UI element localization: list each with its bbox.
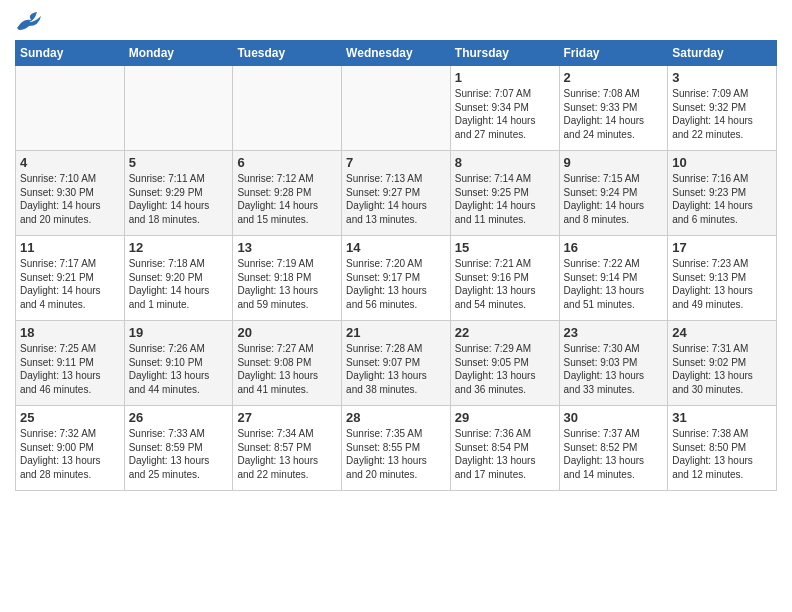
day-number: 20 — [237, 325, 337, 340]
calendar-cell: 7Sunrise: 7:13 AM Sunset: 9:27 PM Daylig… — [342, 151, 451, 236]
day-number: 21 — [346, 325, 446, 340]
cell-info: Sunrise: 7:38 AM Sunset: 8:50 PM Dayligh… — [672, 427, 772, 481]
calendar-table: SundayMondayTuesdayWednesdayThursdayFrid… — [15, 40, 777, 491]
cell-info: Sunrise: 7:26 AM Sunset: 9:10 PM Dayligh… — [129, 342, 229, 396]
header — [15, 10, 777, 32]
calendar-cell: 15Sunrise: 7:21 AM Sunset: 9:16 PM Dayli… — [450, 236, 559, 321]
cell-info: Sunrise: 7:17 AM Sunset: 9:21 PM Dayligh… — [20, 257, 120, 311]
cell-info: Sunrise: 7:25 AM Sunset: 9:11 PM Dayligh… — [20, 342, 120, 396]
day-number: 4 — [20, 155, 120, 170]
weekday-header-monday: Monday — [124, 41, 233, 66]
calendar-week-5: 25Sunrise: 7:32 AM Sunset: 9:00 PM Dayli… — [16, 406, 777, 491]
calendar-cell: 3Sunrise: 7:09 AM Sunset: 9:32 PM Daylig… — [668, 66, 777, 151]
calendar-cell: 13Sunrise: 7:19 AM Sunset: 9:18 PM Dayli… — [233, 236, 342, 321]
cell-info: Sunrise: 7:20 AM Sunset: 9:17 PM Dayligh… — [346, 257, 446, 311]
calendar-week-1: 1Sunrise: 7:07 AM Sunset: 9:34 PM Daylig… — [16, 66, 777, 151]
day-number: 8 — [455, 155, 555, 170]
calendar-cell: 19Sunrise: 7:26 AM Sunset: 9:10 PM Dayli… — [124, 321, 233, 406]
cell-info: Sunrise: 7:33 AM Sunset: 8:59 PM Dayligh… — [129, 427, 229, 481]
weekday-header-sunday: Sunday — [16, 41, 125, 66]
cell-info: Sunrise: 7:10 AM Sunset: 9:30 PM Dayligh… — [20, 172, 120, 226]
calendar-week-2: 4Sunrise: 7:10 AM Sunset: 9:30 PM Daylig… — [16, 151, 777, 236]
calendar-cell: 18Sunrise: 7:25 AM Sunset: 9:11 PM Dayli… — [16, 321, 125, 406]
calendar-cell: 10Sunrise: 7:16 AM Sunset: 9:23 PM Dayli… — [668, 151, 777, 236]
day-number: 19 — [129, 325, 229, 340]
calendar-cell: 29Sunrise: 7:36 AM Sunset: 8:54 PM Dayli… — [450, 406, 559, 491]
calendar-cell: 30Sunrise: 7:37 AM Sunset: 8:52 PM Dayli… — [559, 406, 668, 491]
cell-info: Sunrise: 7:36 AM Sunset: 8:54 PM Dayligh… — [455, 427, 555, 481]
calendar-cell: 31Sunrise: 7:38 AM Sunset: 8:50 PM Dayli… — [668, 406, 777, 491]
cell-info: Sunrise: 7:18 AM Sunset: 9:20 PM Dayligh… — [129, 257, 229, 311]
calendar-cell: 5Sunrise: 7:11 AM Sunset: 9:29 PM Daylig… — [124, 151, 233, 236]
day-number: 11 — [20, 240, 120, 255]
day-number: 16 — [564, 240, 664, 255]
calendar-cell: 23Sunrise: 7:30 AM Sunset: 9:03 PM Dayli… — [559, 321, 668, 406]
day-number: 14 — [346, 240, 446, 255]
cell-info: Sunrise: 7:30 AM Sunset: 9:03 PM Dayligh… — [564, 342, 664, 396]
cell-info: Sunrise: 7:14 AM Sunset: 9:25 PM Dayligh… — [455, 172, 555, 226]
calendar-cell: 11Sunrise: 7:17 AM Sunset: 9:21 PM Dayli… — [16, 236, 125, 321]
day-number: 10 — [672, 155, 772, 170]
calendar-cell: 27Sunrise: 7:34 AM Sunset: 8:57 PM Dayli… — [233, 406, 342, 491]
day-number: 25 — [20, 410, 120, 425]
calendar-cell: 8Sunrise: 7:14 AM Sunset: 9:25 PM Daylig… — [450, 151, 559, 236]
weekday-header-row: SundayMondayTuesdayWednesdayThursdayFrid… — [16, 41, 777, 66]
cell-info: Sunrise: 7:27 AM Sunset: 9:08 PM Dayligh… — [237, 342, 337, 396]
day-number: 31 — [672, 410, 772, 425]
calendar-week-3: 11Sunrise: 7:17 AM Sunset: 9:21 PM Dayli… — [16, 236, 777, 321]
calendar-cell: 12Sunrise: 7:18 AM Sunset: 9:20 PM Dayli… — [124, 236, 233, 321]
day-number: 12 — [129, 240, 229, 255]
calendar-cell: 14Sunrise: 7:20 AM Sunset: 9:17 PM Dayli… — [342, 236, 451, 321]
cell-info: Sunrise: 7:34 AM Sunset: 8:57 PM Dayligh… — [237, 427, 337, 481]
day-number: 3 — [672, 70, 772, 85]
weekday-header-friday: Friday — [559, 41, 668, 66]
cell-info: Sunrise: 7:29 AM Sunset: 9:05 PM Dayligh… — [455, 342, 555, 396]
cell-info: Sunrise: 7:12 AM Sunset: 9:28 PM Dayligh… — [237, 172, 337, 226]
cell-info: Sunrise: 7:19 AM Sunset: 9:18 PM Dayligh… — [237, 257, 337, 311]
cell-info: Sunrise: 7:31 AM Sunset: 9:02 PM Dayligh… — [672, 342, 772, 396]
calendar-cell: 21Sunrise: 7:28 AM Sunset: 9:07 PM Dayli… — [342, 321, 451, 406]
cell-info: Sunrise: 7:11 AM Sunset: 9:29 PM Dayligh… — [129, 172, 229, 226]
calendar-cell: 28Sunrise: 7:35 AM Sunset: 8:55 PM Dayli… — [342, 406, 451, 491]
calendar-week-4: 18Sunrise: 7:25 AM Sunset: 9:11 PM Dayli… — [16, 321, 777, 406]
calendar-cell: 2Sunrise: 7:08 AM Sunset: 9:33 PM Daylig… — [559, 66, 668, 151]
calendar-cell: 22Sunrise: 7:29 AM Sunset: 9:05 PM Dayli… — [450, 321, 559, 406]
calendar-cell: 6Sunrise: 7:12 AM Sunset: 9:28 PM Daylig… — [233, 151, 342, 236]
cell-info: Sunrise: 7:37 AM Sunset: 8:52 PM Dayligh… — [564, 427, 664, 481]
day-number: 24 — [672, 325, 772, 340]
cell-info: Sunrise: 7:16 AM Sunset: 9:23 PM Dayligh… — [672, 172, 772, 226]
cell-info: Sunrise: 7:15 AM Sunset: 9:24 PM Dayligh… — [564, 172, 664, 226]
day-number: 9 — [564, 155, 664, 170]
cell-info: Sunrise: 7:28 AM Sunset: 9:07 PM Dayligh… — [346, 342, 446, 396]
day-number: 30 — [564, 410, 664, 425]
calendar-cell: 16Sunrise: 7:22 AM Sunset: 9:14 PM Dayli… — [559, 236, 668, 321]
day-number: 22 — [455, 325, 555, 340]
weekday-header-thursday: Thursday — [450, 41, 559, 66]
cell-info: Sunrise: 7:32 AM Sunset: 9:00 PM Dayligh… — [20, 427, 120, 481]
calendar-cell: 25Sunrise: 7:32 AM Sunset: 9:00 PM Dayli… — [16, 406, 125, 491]
day-number: 23 — [564, 325, 664, 340]
weekday-header-saturday: Saturday — [668, 41, 777, 66]
calendar-cell: 26Sunrise: 7:33 AM Sunset: 8:59 PM Dayli… — [124, 406, 233, 491]
calendar-cell: 1Sunrise: 7:07 AM Sunset: 9:34 PM Daylig… — [450, 66, 559, 151]
day-number: 17 — [672, 240, 772, 255]
day-number: 27 — [237, 410, 337, 425]
day-number: 28 — [346, 410, 446, 425]
day-number: 2 — [564, 70, 664, 85]
day-number: 29 — [455, 410, 555, 425]
logo — [15, 10, 47, 32]
cell-info: Sunrise: 7:07 AM Sunset: 9:34 PM Dayligh… — [455, 87, 555, 141]
calendar-body: 1Sunrise: 7:07 AM Sunset: 9:34 PM Daylig… — [16, 66, 777, 491]
calendar-cell: 24Sunrise: 7:31 AM Sunset: 9:02 PM Dayli… — [668, 321, 777, 406]
calendar-cell: 4Sunrise: 7:10 AM Sunset: 9:30 PM Daylig… — [16, 151, 125, 236]
cell-info: Sunrise: 7:21 AM Sunset: 9:16 PM Dayligh… — [455, 257, 555, 311]
calendar-cell — [233, 66, 342, 151]
day-number: 5 — [129, 155, 229, 170]
calendar-cell — [342, 66, 451, 151]
weekday-header-tuesday: Tuesday — [233, 41, 342, 66]
day-number: 7 — [346, 155, 446, 170]
cell-info: Sunrise: 7:35 AM Sunset: 8:55 PM Dayligh… — [346, 427, 446, 481]
logo-icon — [15, 10, 43, 32]
cell-info: Sunrise: 7:23 AM Sunset: 9:13 PM Dayligh… — [672, 257, 772, 311]
calendar-cell: 20Sunrise: 7:27 AM Sunset: 9:08 PM Dayli… — [233, 321, 342, 406]
